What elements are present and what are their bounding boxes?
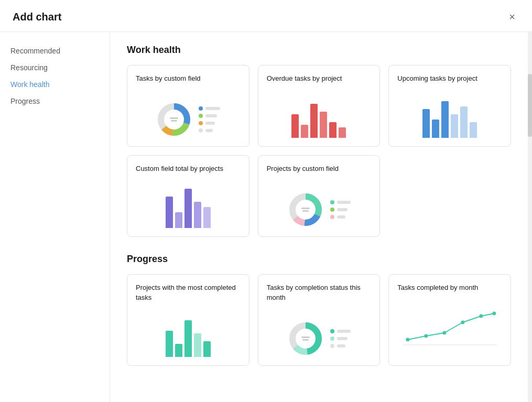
chart-title: Tasks by completion status this month — [267, 283, 372, 302]
donut-chart — [287, 191, 324, 228]
svg-rect-5 — [170, 117, 178, 119]
close-button[interactable]: × — [505, 9, 519, 24]
bar — [194, 202, 201, 228]
main-content: Work health Tasks by custom field — [110, 32, 528, 402]
legend-bar — [337, 201, 351, 204]
chart-title: Custom field total by projects — [136, 164, 241, 173]
legend-item — [199, 114, 220, 118]
bar — [329, 122, 336, 138]
bar — [470, 122, 477, 138]
bar — [320, 112, 327, 138]
bar-group — [166, 189, 211, 228]
legend-bar — [337, 215, 345, 219]
legend-item — [199, 128, 220, 133]
bar — [310, 104, 318, 138]
donut-wrapper — [287, 191, 351, 228]
scrollbar[interactable] — [528, 32, 532, 402]
chart-card-upcoming-tasks[interactable]: Upcoming tasks by project — [388, 65, 511, 147]
chart-visual — [136, 91, 241, 138]
bar — [203, 207, 211, 228]
legend-bar — [337, 208, 348, 211]
sidebar-item-work-health[interactable]: Work health — [0, 76, 110, 93]
chart-visual — [136, 181, 241, 228]
chart-title: Overdue tasks by project — [267, 74, 372, 83]
bar — [460, 106, 468, 138]
modal-header: Add chart × — [0, 0, 532, 32]
data-point — [406, 338, 410, 341]
bar — [291, 114, 299, 138]
legend-dot — [199, 106, 203, 111]
legend-item — [330, 336, 351, 341]
legend-dot — [199, 121, 203, 125]
section-title-progress: Progress — [127, 254, 511, 265]
legend-dot — [330, 329, 334, 333]
legend-bar — [205, 122, 215, 125]
chart-visual — [267, 181, 372, 228]
add-chart-modal: Add chart × Recommended Resourcing Work … — [0, 0, 532, 402]
chart-card-tasks-by-custom-field[interactable]: Tasks by custom field — [127, 65, 249, 147]
legend — [330, 200, 351, 219]
legend-bar — [205, 107, 220, 110]
legend-item — [330, 344, 351, 348]
svg-rect-13 — [302, 210, 309, 212]
chart-title: Upcoming tasks by project — [397, 74, 502, 83]
chart-card-custom-field-total[interactable]: Custom field total by projects — [127, 155, 249, 237]
scrollbar-thumb — [528, 74, 532, 137]
data-point — [443, 331, 447, 334]
chart-title: Projects with the most completed tasks — [136, 283, 241, 302]
chart-card-tasks-completed-by-month[interactable]: Tasks completed by month — [388, 274, 511, 365]
bar — [184, 320, 192, 357]
legend-item — [330, 329, 351, 333]
bar — [432, 119, 439, 138]
bar-group — [422, 101, 477, 138]
bar — [451, 114, 458, 138]
section-title-work-health: Work health — [127, 45, 511, 56]
bar — [441, 101, 449, 138]
section-work-health: Work health Tasks by custom field — [127, 45, 511, 237]
donut-chart — [156, 101, 192, 138]
bar — [166, 197, 173, 228]
work-health-charts-grid: Tasks by custom field — [127, 65, 511, 237]
bar — [194, 333, 201, 357]
legend-item — [330, 200, 351, 204]
svg-rect-18 — [301, 336, 310, 338]
legend-dot — [199, 114, 203, 118]
svg-point-11 — [296, 200, 315, 219]
legend-bar — [337, 330, 351, 333]
section-progress: Progress Projects with the most complete… — [127, 254, 511, 365]
chart-card-tasks-completion-status[interactable]: Tasks by completion status this month — [258, 274, 381, 365]
legend-dot — [330, 344, 334, 348]
bar — [166, 331, 173, 357]
legend-dot — [330, 208, 334, 212]
bar — [175, 344, 182, 357]
chart-card-projects-most-completed[interactable]: Projects with the most completed tasks — [127, 274, 249, 365]
bar-group — [166, 320, 211, 357]
legend — [199, 106, 220, 133]
donut-chart — [287, 320, 324, 357]
legend-bar — [205, 129, 213, 132]
modal-title: Add chart — [13, 11, 61, 23]
chart-title: Projects by custom field — [267, 164, 372, 173]
modal-body: Recommended Resourcing Work health Progr… — [0, 32, 532, 402]
legend-dot — [330, 200, 334, 204]
data-point — [461, 320, 465, 324]
chart-card-projects-by-custom-field[interactable]: Projects by custom field — [258, 155, 381, 237]
legend-dot — [330, 336, 334, 341]
sidebar-item-progress[interactable]: Progress — [0, 93, 110, 110]
chart-card-overdue-tasks[interactable]: Overdue tasks by project — [258, 65, 381, 147]
donut-wrapper — [287, 320, 351, 357]
sidebar: Recommended Resourcing Work health Progr… — [0, 32, 110, 402]
legend-bar — [205, 114, 217, 117]
donut-wrapper — [156, 101, 220, 138]
sidebar-item-resourcing[interactable]: Resourcing — [0, 59, 110, 76]
sidebar-item-recommended[interactable]: Recommended — [0, 42, 110, 59]
svg-rect-6 — [171, 120, 177, 122]
bar-group — [291, 104, 346, 138]
bar — [301, 125, 308, 138]
legend-item — [199, 106, 220, 111]
legend-item — [330, 215, 351, 219]
svg-rect-19 — [302, 339, 309, 341]
legend-dot — [330, 215, 334, 219]
data-point — [480, 314, 483, 318]
legend-item — [199, 121, 220, 125]
